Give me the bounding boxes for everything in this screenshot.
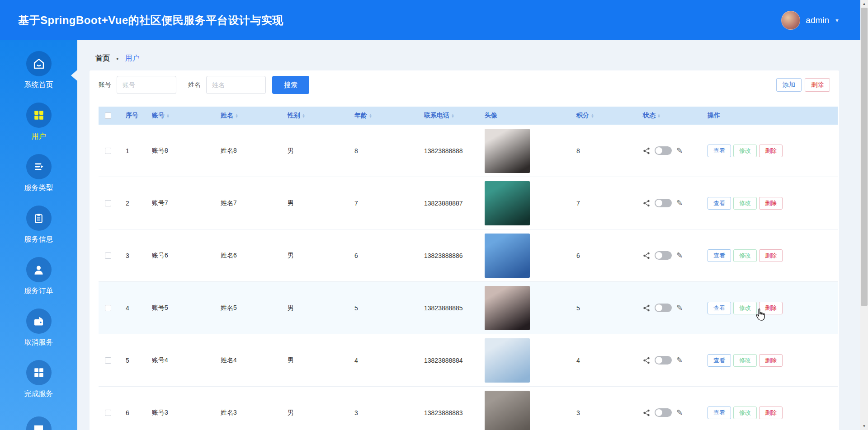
- status-toggle[interactable]: [655, 251, 672, 260]
- view-button[interactable]: 查看: [708, 354, 731, 367]
- sidebar-item-hidden[interactable]: [0, 405, 77, 430]
- user-menu[interactable]: admin ▼: [781, 11, 840, 30]
- sort-icon[interactable]: ▲▼: [369, 113, 372, 118]
- sort-icon[interactable]: ▲▼: [302, 113, 305, 118]
- account-input[interactable]: [117, 76, 176, 94]
- pencil-icon[interactable]: ✎: [676, 251, 683, 260]
- status-toggle[interactable]: [655, 199, 672, 207]
- breadcrumb-home[interactable]: 首页: [95, 54, 110, 63]
- column-header-状态[interactable]: 状态▲▼: [637, 112, 701, 120]
- column-header-年龄[interactable]: 年龄▲▼: [348, 112, 418, 120]
- cell-name: 姓名7: [214, 199, 281, 207]
- row-delete-button[interactable]: 删除: [759, 249, 783, 262]
- sidebar-item-完成服务[interactable]: 完成服务: [0, 354, 77, 405]
- table-row: 5 账号4 姓名4 男 4 13823888884 4 ✎ 查看 修改 删除: [99, 334, 838, 387]
- pencil-icon[interactable]: ✎: [676, 146, 683, 155]
- pencil-icon[interactable]: ✎: [676, 198, 683, 208]
- column-header-联系电话[interactable]: 联系电话▲▼: [418, 112, 478, 120]
- share-icon[interactable]: [643, 409, 650, 416]
- share-icon[interactable]: [643, 200, 650, 207]
- name-input[interactable]: [206, 76, 266, 94]
- row-delete-button[interactable]: 删除: [759, 407, 783, 419]
- add-button[interactable]: 添加: [776, 78, 802, 92]
- row-checkbox[interactable]: [105, 148, 111, 154]
- row-delete-button[interactable]: 删除: [759, 145, 783, 157]
- row-checkbox[interactable]: [105, 410, 111, 416]
- search-button[interactable]: 搜索: [272, 76, 309, 94]
- column-header-账号[interactable]: 账号▲▼: [146, 112, 214, 120]
- edit-button[interactable]: 修改: [733, 145, 757, 157]
- share-icon[interactable]: [643, 357, 650, 364]
- status-toggle[interactable]: [655, 146, 672, 155]
- cell-status: ✎: [637, 355, 701, 365]
- column-header-序号: 序号: [119, 112, 146, 120]
- delete-button[interactable]: 删除: [805, 78, 830, 92]
- sort-icon[interactable]: ▲▼: [657, 113, 660, 118]
- scroll-up-icon[interactable]: ▲: [860, 0, 868, 8]
- cell-points: 8: [570, 147, 637, 154]
- edit-button[interactable]: 修改: [733, 249, 757, 262]
- edit-button[interactable]: 修改: [733, 197, 757, 210]
- status-toggle[interactable]: [655, 304, 672, 312]
- cell-name: 姓名4: [214, 356, 281, 365]
- sort-icon[interactable]: ▲▼: [235, 113, 238, 118]
- status-toggle[interactable]: [655, 356, 672, 365]
- view-button[interactable]: 查看: [708, 145, 731, 157]
- cell-actions: 查看 修改 删除: [701, 197, 838, 210]
- sidebar-item-取消服务[interactable]: 取消服务: [0, 302, 77, 354]
- pencil-icon[interactable]: ✎: [676, 408, 683, 417]
- row-delete-button[interactable]: 删除: [759, 354, 783, 367]
- row-delete-button[interactable]: 删除: [759, 302, 783, 314]
- toolbar: 账号 姓名 搜索 添加 删除: [99, 76, 830, 94]
- status-toggle[interactable]: [655, 408, 672, 417]
- view-button[interactable]: 查看: [708, 249, 731, 262]
- sidebar-item-服务订单[interactable]: 服务订单: [0, 251, 77, 302]
- sort-icon[interactable]: ▲▼: [591, 113, 594, 118]
- view-button[interactable]: 查看: [708, 302, 731, 314]
- sidebar-item-服务信息[interactable]: 服务信息: [0, 199, 77, 251]
- clipboard-icon: [26, 206, 52, 231]
- row-checkbox[interactable]: [105, 357, 111, 364]
- select-all-checkbox[interactable]: [105, 112, 111, 119]
- cell-seq: 5: [119, 357, 146, 364]
- edit-button[interactable]: 修改: [733, 407, 757, 419]
- edit-button[interactable]: 修改: [733, 302, 757, 314]
- column-header-姓名[interactable]: 姓名▲▼: [214, 112, 281, 120]
- sort-icon[interactable]: ▲▼: [451, 113, 454, 118]
- page-scrollbar[interactable]: ▲ ▼: [860, 0, 868, 430]
- edit-button[interactable]: 修改: [733, 354, 757, 367]
- view-button[interactable]: 查看: [708, 197, 731, 210]
- share-icon[interactable]: [643, 304, 650, 312]
- view-button[interactable]: 查看: [708, 407, 731, 419]
- user-avatar[interactable]: [781, 11, 800, 30]
- sidebar-item-系统首页[interactable]: 系统首页: [0, 45, 77, 96]
- share-icon[interactable]: [643, 252, 650, 259]
- sidebar-item-用户[interactable]: 用户: [0, 96, 77, 148]
- scroll-down-icon[interactable]: ▼: [860, 422, 868, 430]
- column-header-性别[interactable]: 性别▲▼: [281, 112, 348, 120]
- cell-seq: 3: [119, 252, 146, 259]
- pencil-icon[interactable]: ✎: [676, 303, 683, 313]
- share-icon[interactable]: [643, 147, 650, 154]
- user-photo: [485, 234, 530, 278]
- row-checkbox[interactable]: [105, 200, 111, 206]
- cell-points: 7: [570, 200, 637, 207]
- row-delete-button[interactable]: 删除: [759, 197, 783, 210]
- column-header-积分[interactable]: 积分▲▼: [570, 112, 637, 120]
- cell-name: 姓名5: [214, 304, 281, 312]
- user-photo: [485, 286, 530, 330]
- row-checkbox[interactable]: [105, 305, 111, 311]
- column-header-操作: 操作: [701, 112, 838, 120]
- row-checkbox[interactable]: [105, 252, 111, 259]
- user-photo: [485, 391, 530, 430]
- pencil-icon[interactable]: ✎: [676, 355, 683, 365]
- breadcrumb-current[interactable]: 用户: [125, 54, 139, 63]
- scrollbar-thumb[interactable]: [861, 8, 868, 306]
- cell-gender: 男: [281, 252, 348, 260]
- sidebar-item-服务类型[interactable]: 服务类型: [0, 148, 77, 199]
- cell-actions: 查看 修改 删除: [701, 145, 838, 157]
- cell-gender: 男: [281, 147, 348, 155]
- cell-age: 3: [348, 409, 418, 416]
- cell-account: 账号5: [146, 304, 214, 312]
- sort-icon[interactable]: ▲▼: [166, 113, 170, 118]
